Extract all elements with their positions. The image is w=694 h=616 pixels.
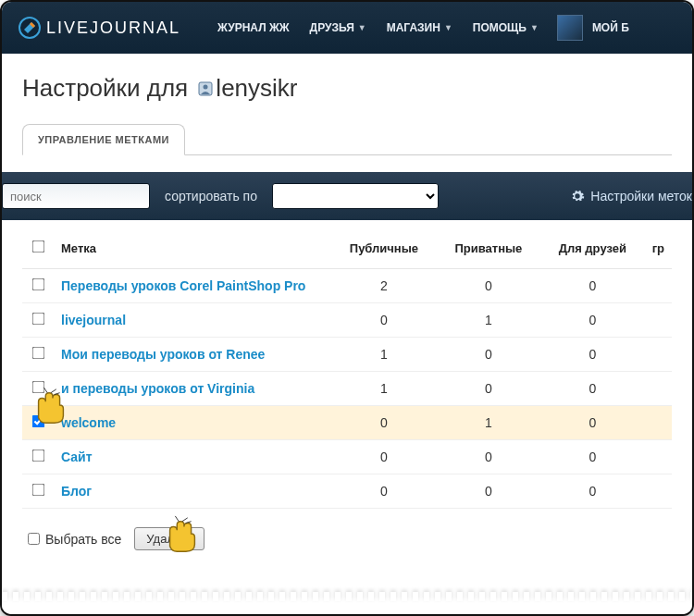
col-group: гр	[645, 229, 672, 269]
tab-label: УПРАВЛЕНИЕ МЕТКАМИ	[38, 134, 169, 145]
tag-link[interactable]: Мои переводы уроков от Renee	[61, 347, 265, 362]
table-row: welcome010	[22, 406, 672, 440]
tab-manage-tags[interactable]: УПРАВЛЕНИЕ МЕТКАМИ	[22, 124, 185, 155]
col-public: Публичные	[331, 229, 437, 269]
search-input[interactable]	[2, 183, 150, 209]
table-row: Сайт000	[22, 440, 672, 474]
delete-button[interactable]: Удалить	[134, 527, 204, 550]
nav-item-myblog[interactable]: МОЙ Б	[592, 21, 629, 34]
cell-friends: 0	[540, 303, 645, 338]
nav-label: МАГАЗИН	[387, 21, 440, 34]
page-title: Настройки для lenysikr	[22, 74, 672, 103]
nav-item-help[interactable]: ПОМОЩЬ▼	[473, 21, 539, 34]
row-checkbox[interactable]	[31, 484, 44, 497]
cell-group	[645, 338, 672, 372]
cell-friends: 0	[540, 372, 645, 406]
toolbar: сортировать по Настройки меток	[0, 172, 694, 220]
tab-row: УПРАВЛЕНИЕ МЕТКАМИ	[22, 123, 672, 155]
logo[interactable]: LIVEJOURNAL	[19, 17, 180, 39]
cell-public: 0	[331, 440, 437, 474]
tag-link[interactable]: Блог	[61, 484, 92, 499]
sort-label: сортировать по	[165, 189, 257, 203]
row-checkbox[interactable]	[31, 278, 44, 291]
col-checkbox	[22, 229, 54, 269]
cell-public: 1	[331, 338, 437, 372]
torn-edge-decoration	[2, 598, 692, 614]
select-all-label[interactable]: Выбрать все	[28, 532, 121, 547]
chevron-down-icon: ▼	[444, 23, 452, 32]
tag-link[interactable]: и переводы уроков от Virginia	[61, 381, 254, 396]
cell-private: 0	[437, 338, 540, 372]
row-checkbox[interactable]	[31, 450, 44, 462]
row-checkbox[interactable]	[31, 313, 44, 326]
footer-controls: Выбрать все Удалить	[22, 509, 672, 574]
tag-link[interactable]: Переводы уроков Corel PaintShop Pro	[61, 278, 305, 293]
table-row: и переводы уроков от Virginia100	[22, 372, 672, 406]
chevron-down-icon: ▼	[358, 23, 366, 32]
nav-label: ЖУРНАЛ ЖЖ	[217, 21, 290, 34]
title-prefix: Настройки для	[22, 74, 194, 102]
chevron-down-icon: ▼	[530, 23, 539, 32]
tag-link[interactable]: livejournal	[61, 313, 126, 327]
top-nav: LIVEJOURNAL ЖУРНАЛ ЖЖ ДРУЗЬЯ▼ МАГАЗИН▼ П…	[2, 2, 692, 54]
brand-text: LIVEJOURNAL	[46, 18, 180, 38]
cell-public: 2	[331, 269, 437, 303]
cell-group	[645, 406, 672, 440]
table-row: livejournal010	[22, 303, 672, 338]
nav-item-friends[interactable]: ДРУЗЬЯ▼	[310, 21, 366, 34]
cell-private: 0	[437, 474, 540, 509]
row-checkbox[interactable]	[31, 415, 44, 428]
col-private: Приватные	[437, 229, 540, 269]
cell-group	[645, 269, 672, 303]
nav-label: ДРУЗЬЯ	[310, 21, 354, 34]
select-all-header-checkbox[interactable]	[31, 240, 44, 253]
cell-group	[645, 372, 672, 406]
logo-icon	[19, 17, 41, 39]
gear-icon	[570, 189, 585, 203]
tag-link[interactable]: welcome	[61, 415, 116, 430]
cell-friends: 0	[540, 474, 645, 509]
cell-group	[645, 440, 672, 474]
avatar[interactable]	[557, 15, 583, 41]
row-checkbox[interactable]	[31, 381, 44, 394]
select-all-checkbox[interactable]	[28, 533, 40, 545]
nav-item-shop[interactable]: МАГАЗИН▼	[387, 21, 452, 34]
cell-public: 0	[331, 303, 437, 338]
cell-public: 0	[331, 406, 437, 440]
tag-settings-link[interactable]: Настройки меток	[570, 189, 692, 203]
table-row: Переводы уроков Corel PaintShop Pro200	[22, 269, 672, 303]
sort-select[interactable]	[272, 183, 439, 209]
link-label: Настройки меток	[590, 189, 692, 203]
svg-point-2	[204, 85, 208, 90]
nav-label: ПОМОЩЬ	[473, 21, 527, 34]
cell-public: 0	[331, 474, 437, 509]
username: lenysikr	[216, 74, 297, 102]
table-row: Мои переводы уроков от Renee100	[22, 338, 672, 372]
nav-label: МОЙ Б	[592, 21, 629, 34]
cell-private: 0	[437, 440, 540, 474]
col-friends: Для друзей	[540, 229, 645, 269]
tag-link[interactable]: Сайт	[61, 450, 93, 464]
label-text: Выбрать все	[45, 532, 121, 547]
cell-public: 1	[331, 372, 437, 406]
table-row: Блог000	[22, 474, 672, 509]
cell-friends: 0	[540, 269, 645, 303]
nav-item-journal[interactable]: ЖУРНАЛ ЖЖ	[217, 21, 290, 34]
user-icon	[198, 81, 213, 96]
cell-group	[645, 303, 672, 338]
cell-private: 1	[437, 406, 540, 440]
cell-private: 1	[437, 303, 540, 338]
tags-table: Метка Публичные Приватные Для друзей гр …	[22, 229, 672, 509]
cell-private: 0	[437, 269, 540, 303]
cell-private: 0	[437, 372, 540, 406]
cell-friends: 0	[540, 440, 645, 474]
col-tag: Метка	[54, 229, 331, 269]
cell-friends: 0	[540, 406, 645, 440]
nav-menu: ЖУРНАЛ ЖЖ ДРУЗЬЯ▼ МАГАЗИН▼ ПОМОЩЬ▼	[217, 21, 539, 34]
row-checkbox[interactable]	[31, 347, 44, 360]
cell-group	[645, 474, 672, 509]
cell-friends: 0	[540, 338, 645, 372]
